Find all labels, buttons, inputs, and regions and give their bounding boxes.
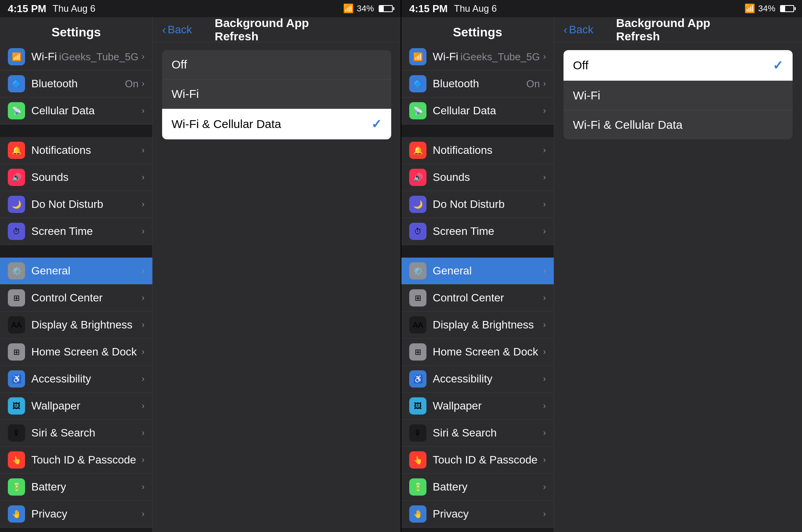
sidebar-item-controlcenter[interactable]: ⊞Control Center› <box>0 285 152 312</box>
sidebar-item-screentime[interactable]: ⏱Screen Time› <box>0 218 152 245</box>
sidebar-item-bluetooth[interactable]: 🔷BluetoothOn› <box>401 70 554 97</box>
wallpaper-icon: 🖼 <box>409 397 426 415</box>
panel-content: Settings📶Wi-FiiGeeks_Tube_5G›🔷BluetoothO… <box>0 17 401 532</box>
chevron-icon-displaybrightness: › <box>142 320 145 330</box>
chevron-icon-homescreen: › <box>543 347 546 357</box>
option-wifi-cellular[interactable]: Wi-Fi & Cellular Data <box>564 110 793 139</box>
option-wifi-cellular[interactable]: Wi-Fi & Cellular Data✓ <box>162 109 391 139</box>
sidebar-label-donotdisturb: Do Not Disturb <box>433 198 543 211</box>
sidebar-item-sounds[interactable]: 🔊Sounds› <box>0 164 152 191</box>
wifi-icon: 📶 <box>409 48 426 65</box>
sidebar-item-screentime[interactable]: ⏱Screen Time› <box>401 218 554 245</box>
wallpaper-icon: 🖼 <box>8 397 25 415</box>
notifications-icon: 🔔 <box>409 142 426 159</box>
chevron-icon-sounds: › <box>142 172 145 182</box>
sidebar-item-displaybrightness[interactable]: AADisplay & Brightness› <box>0 312 152 339</box>
sidebar-item-cellular[interactable]: 📡Cellular Data› <box>0 97 152 124</box>
checkmark-off: ✓ <box>773 58 783 73</box>
chevron-icon-homescreen: › <box>142 347 145 357</box>
sidebar-item-siri[interactable]: 🎙Siri & Search› <box>0 420 152 447</box>
sidebar-label-controlcenter: Control Center <box>433 292 543 304</box>
option-off[interactable]: Off <box>162 50 391 79</box>
cellular-icon: 📡 <box>409 102 426 119</box>
sidebar-item-wifi[interactable]: 📶Wi-FiiGeeks_Tube_5G› <box>401 43 554 70</box>
chevron-icon-battery: › <box>543 482 546 492</box>
sidebar-separator <box>0 528 152 532</box>
sidebar-label-wifi: Wi-Fi <box>433 50 461 63</box>
sidebar-label-displaybrightness: Display & Brightness <box>433 319 543 331</box>
sidebar-value-wifi: iGeeks_Tube_5G <box>59 51 139 63</box>
chevron-icon-cellular: › <box>543 106 546 116</box>
option-wifi[interactable]: Wi-Fi <box>162 79 391 109</box>
option-wifi[interactable]: Wi-Fi <box>564 81 793 110</box>
detail-title: Background App Refresh <box>616 17 740 43</box>
sidebar-item-accessibility[interactable]: ♿Accessibility› <box>0 366 152 393</box>
chevron-icon-siri: › <box>543 428 546 438</box>
sidebar-label-notifications: Notifications <box>433 144 543 157</box>
chevron-icon-touchid: › <box>142 455 145 465</box>
sidebar-value-bluetooth: On <box>526 78 540 90</box>
status-time: 4:15 PM <box>409 3 448 15</box>
chevron-icon-accessibility: › <box>543 374 546 384</box>
chevron-icon-displaybrightness: › <box>543 320 546 330</box>
sidebar-label-displaybrightness: Display & Brightness <box>31 319 142 331</box>
sidebar-item-bluetooth[interactable]: 🔷BluetoothOn› <box>0 70 152 97</box>
battery-percent: 34% <box>357 4 374 14</box>
sidebar-item-homescreen[interactable]: ⊞Home Screen & Dock› <box>401 339 554 366</box>
sidebar-item-touchid[interactable]: 👆Touch ID & Passcode› <box>0 447 152 474</box>
sidebar-label-touchid: Touch ID & Passcode <box>433 454 543 466</box>
sidebar-label-homescreen: Home Screen & Dock <box>31 346 142 358</box>
chevron-icon-sounds: › <box>543 172 546 182</box>
sidebar-label-sounds: Sounds <box>433 171 543 184</box>
sidebar-item-battery[interactable]: 🔋Battery› <box>401 474 554 501</box>
sidebar-item-privacy[interactable]: 🤚Privacy› <box>0 501 152 528</box>
touchid-icon: 👆 <box>409 451 426 469</box>
status-icons: 📶 34% <box>343 4 393 14</box>
back-button[interactable]: ‹Back <box>564 23 593 36</box>
homescreen-icon: ⊞ <box>409 343 426 361</box>
sidebar-label-wallpaper: Wallpaper <box>31 400 142 412</box>
accessibility-icon: ♿ <box>8 370 25 388</box>
sidebar-item-cellular[interactable]: 📡Cellular Data› <box>401 97 554 124</box>
notifications-icon: 🔔 <box>8 142 25 159</box>
back-button[interactable]: ‹Back <box>162 23 192 36</box>
sidebar-item-wifi[interactable]: 📶Wi-FiiGeeks_Tube_5G› <box>0 43 152 70</box>
sidebar-item-notifications[interactable]: 🔔Notifications› <box>401 137 554 164</box>
sidebar-item-homescreen[interactable]: ⊞Home Screen & Dock› <box>0 339 152 366</box>
sidebar-item-siri[interactable]: 🎙Siri & Search› <box>401 420 554 447</box>
option-label-wifi-cellular: Wi-Fi & Cellular Data <box>172 117 371 131</box>
sidebar-item-battery[interactable]: 🔋Battery› <box>0 474 152 501</box>
chevron-icon-cellular: › <box>142 106 145 116</box>
sidebar-label-privacy: Privacy <box>31 508 142 520</box>
sidebar-item-notifications[interactable]: 🔔Notifications› <box>0 137 152 164</box>
sidebar-item-sounds[interactable]: 🔊Sounds› <box>401 164 554 191</box>
sidebar-item-touchid[interactable]: 👆Touch ID & Passcode› <box>401 447 554 474</box>
chevron-icon-siri: › <box>142 428 145 438</box>
sidebar-label-wallpaper: Wallpaper <box>433 400 543 412</box>
chevron-icon-wallpaper: › <box>142 401 145 411</box>
sidebar-item-wallpaper[interactable]: 🖼Wallpaper› <box>0 393 152 420</box>
back-chevron-icon: ‹ <box>162 23 166 36</box>
sidebar-item-general[interactable]: ⚙️General› <box>0 258 152 285</box>
sidebar-label-siri: Siri & Search <box>31 427 142 439</box>
sidebar-title: Settings <box>0 17 152 43</box>
chevron-icon-privacy: › <box>142 509 145 519</box>
sidebar-item-donotdisturb[interactable]: 🌙Do Not Disturb› <box>401 191 554 218</box>
sidebar-item-displaybrightness[interactable]: AADisplay & Brightness› <box>401 312 554 339</box>
sidebar-separator <box>401 124 554 137</box>
options-group: Off✓Wi-FiWi-Fi & Cellular Data <box>564 50 793 139</box>
sidebar-label-privacy: Privacy <box>433 508 543 520</box>
option-off[interactable]: Off✓ <box>564 50 793 81</box>
sidebar-item-controlcenter[interactable]: ⊞Control Center› <box>401 285 554 312</box>
status-bar: 4:15 PM Thu Aug 6 📶 34% <box>401 0 802 17</box>
privacy-icon: 🤚 <box>409 505 426 523</box>
sidebar-item-wallpaper[interactable]: 🖼Wallpaper› <box>401 393 554 420</box>
chevron-icon-bluetooth: › <box>142 79 145 89</box>
sidebar-label-accessibility: Accessibility <box>433 373 543 385</box>
sidebar-item-general[interactable]: ⚙️General› <box>401 258 554 285</box>
sidebar-label-siri: Siri & Search <box>433 427 543 439</box>
sidebar-item-privacy[interactable]: 🤚Privacy› <box>401 501 554 528</box>
sidebar-label-wifi: Wi-Fi <box>31 50 59 63</box>
sidebar-item-donotdisturb[interactable]: 🌙Do Not Disturb› <box>0 191 152 218</box>
sidebar-item-accessibility[interactable]: ♿Accessibility› <box>401 366 554 393</box>
